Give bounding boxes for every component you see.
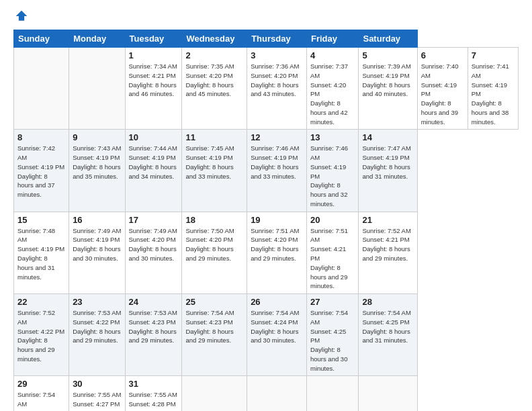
day-number: 23: [73, 297, 121, 307]
day-number: 3: [251, 50, 303, 60]
day-number: 22: [17, 297, 65, 307]
calendar-cell: 28Sunrise: 7:54 AMSunset: 4:25 PMDayligh…: [359, 294, 417, 376]
week-row-1: 1Sunrise: 7:34 AMSunset: 4:21 PMDaylight…: [14, 48, 519, 130]
day-info: Sunrise: 7:53 AMSunset: 4:22 PMDaylight:…: [73, 308, 121, 345]
header: [13, 11, 519, 23]
calendar-cell: 4Sunrise: 7:37 AMSunset: 4:20 PMDaylight…: [306, 48, 359, 130]
day-info: Sunrise: 7:54 AMSunset: 4:26 PMDaylight:…: [17, 390, 65, 411]
day-number: 25: [185, 297, 243, 307]
calendar-cell: 23Sunrise: 7:53 AMSunset: 4:22 PMDayligh…: [69, 294, 125, 376]
day-number: 7: [472, 50, 515, 60]
day-number: 21: [362, 215, 413, 225]
day-number: 15: [17, 215, 65, 225]
calendar-cell: 2Sunrise: 7:35 AMSunset: 4:20 PMDaylight…: [182, 48, 247, 130]
calendar-cell: [182, 376, 247, 411]
day-number: 6: [421, 50, 464, 60]
day-number: 28: [362, 297, 413, 307]
day-number: 13: [310, 132, 355, 142]
calendar-table: SundayMondayTuesdayWednesdayThursdayFrid…: [13, 30, 519, 411]
weekday-header-friday: Friday: [306, 30, 359, 48]
calendar-cell: 16Sunrise: 7:49 AMSunset: 4:19 PMDayligh…: [69, 212, 125, 293]
day-info: Sunrise: 7:52 AMSunset: 4:21 PMDaylight:…: [362, 226, 413, 263]
day-number: 27: [310, 297, 355, 307]
calendar-cell: 3Sunrise: 7:36 AMSunset: 4:20 PMDaylight…: [247, 48, 307, 130]
day-number: 18: [185, 215, 243, 225]
day-number: 16: [73, 215, 121, 225]
day-number: 26: [251, 297, 303, 307]
logo: [13, 11, 28, 23]
day-info: Sunrise: 7:45 AMSunset: 4:19 PMDaylight:…: [185, 144, 243, 181]
day-info: Sunrise: 7:43 AMSunset: 4:19 PMDaylight:…: [73, 144, 121, 181]
day-number: 4: [310, 50, 355, 60]
calendar-cell: 25Sunrise: 7:54 AMSunset: 4:23 PMDayligh…: [182, 294, 247, 376]
day-info: Sunrise: 7:37 AMSunset: 4:20 PMDaylight:…: [310, 62, 355, 126]
calendar-cell: 17Sunrise: 7:49 AMSunset: 4:20 PMDayligh…: [125, 212, 182, 293]
calendar-cell: 26Sunrise: 7:54 AMSunset: 4:24 PMDayligh…: [247, 294, 307, 376]
calendar-cell: 12Sunrise: 7:46 AMSunset: 4:19 PMDayligh…: [247, 130, 307, 212]
day-info: Sunrise: 7:54 AMSunset: 4:23 PMDaylight:…: [185, 308, 243, 345]
calendar-cell: 18Sunrise: 7:50 AMSunset: 4:20 PMDayligh…: [182, 212, 247, 293]
weekday-header-thursday: Thursday: [247, 30, 307, 48]
calendar-cell: 30Sunrise: 7:55 AMSunset: 4:27 PMDayligh…: [69, 376, 125, 411]
day-info: Sunrise: 7:47 AMSunset: 4:19 PMDaylight:…: [362, 144, 413, 181]
day-number: 2: [185, 50, 243, 60]
calendar-cell: 1Sunrise: 7:34 AMSunset: 4:21 PMDaylight…: [125, 48, 182, 130]
calendar-cell: 5Sunrise: 7:39 AMSunset: 4:19 PMDaylight…: [359, 48, 417, 130]
day-info: Sunrise: 7:52 AMSunset: 4:22 PMDaylight:…: [17, 308, 65, 364]
day-info: Sunrise: 7:51 AMSunset: 4:20 PMDaylight:…: [251, 226, 303, 263]
page: SundayMondayTuesdayWednesdayThursdayFrid…: [0, 0, 532, 411]
weekday-header-row: SundayMondayTuesdayWednesdayThursdayFrid…: [14, 30, 519, 48]
day-number: 11: [185, 132, 243, 142]
calendar-cell: [359, 376, 417, 411]
day-info: Sunrise: 7:49 AMSunset: 4:20 PMDaylight:…: [129, 226, 179, 263]
day-info: Sunrise: 7:34 AMSunset: 4:21 PMDaylight:…: [129, 62, 179, 99]
calendar-cell: 29Sunrise: 7:54 AMSunset: 4:26 PMDayligh…: [14, 376, 69, 411]
day-number: 17: [129, 215, 179, 225]
week-row-2: 8Sunrise: 7:42 AMSunset: 4:19 PMDaylight…: [14, 130, 519, 212]
weekday-header-saturday: Saturday: [359, 30, 417, 48]
day-number: 12: [251, 132, 303, 142]
week-row-4: 22Sunrise: 7:52 AMSunset: 4:22 PMDayligh…: [14, 294, 519, 376]
calendar-cell: 27Sunrise: 7:54 AMSunset: 4:25 PMDayligh…: [306, 294, 359, 376]
day-info: Sunrise: 7:41 AMSunset: 4:19 PMDaylight:…: [472, 62, 515, 126]
day-number: 24: [129, 297, 179, 307]
day-info: Sunrise: 7:54 AMSunset: 4:25 PMDaylight:…: [362, 308, 413, 345]
calendar-cell: 31Sunrise: 7:55 AMSunset: 4:28 PMDayligh…: [125, 376, 182, 411]
day-info: Sunrise: 7:53 AMSunset: 4:23 PMDaylight:…: [129, 308, 179, 345]
weekday-header-monday: Monday: [69, 30, 125, 48]
day-number: 31: [129, 379, 179, 389]
day-number: 30: [73, 379, 121, 389]
calendar-cell: 7Sunrise: 7:41 AMSunset: 4:19 PMDaylight…: [468, 48, 518, 130]
calendar-cell: 8Sunrise: 7:42 AMSunset: 4:19 PMDaylight…: [14, 130, 69, 212]
day-info: Sunrise: 7:48 AMSunset: 4:19 PMDaylight:…: [17, 226, 65, 282]
day-info: Sunrise: 7:35 AMSunset: 4:20 PMDaylight:…: [185, 62, 243, 99]
logo-icon: [15, 9, 28, 23]
day-info: Sunrise: 7:51 AMSunset: 4:21 PMDaylight:…: [310, 226, 355, 291]
day-info: Sunrise: 7:36 AMSunset: 4:20 PMDaylight:…: [251, 62, 303, 99]
day-info: Sunrise: 7:42 AMSunset: 4:19 PMDaylight:…: [17, 144, 65, 199]
calendar-cell: 13Sunrise: 7:46 AMSunset: 4:19 PMDayligh…: [306, 130, 359, 212]
weekday-header-sunday: Sunday: [14, 30, 69, 48]
calendar-cell: 6Sunrise: 7:40 AMSunset: 4:19 PMDaylight…: [417, 48, 468, 130]
day-number: 8: [17, 132, 65, 142]
calendar-cell: [247, 376, 307, 411]
week-row-3: 15Sunrise: 7:48 AMSunset: 4:19 PMDayligh…: [14, 212, 519, 293]
day-number: 1: [129, 50, 179, 60]
day-number: 19: [251, 215, 303, 225]
day-number: 20: [310, 215, 355, 225]
calendar-cell: 11Sunrise: 7:45 AMSunset: 4:19 PMDayligh…: [182, 130, 247, 212]
day-info: Sunrise: 7:46 AMSunset: 4:19 PMDaylight:…: [251, 144, 303, 181]
day-info: Sunrise: 7:55 AMSunset: 4:27 PMDaylight:…: [73, 390, 121, 411]
calendar-cell: 10Sunrise: 7:44 AMSunset: 4:19 PMDayligh…: [125, 130, 182, 212]
day-number: 29: [17, 379, 65, 389]
day-info: Sunrise: 7:50 AMSunset: 4:20 PMDaylight:…: [185, 226, 243, 263]
day-number: 9: [73, 132, 121, 142]
day-info: Sunrise: 7:54 AMSunset: 4:24 PMDaylight:…: [251, 308, 303, 345]
calendar-cell: 21Sunrise: 7:52 AMSunset: 4:21 PMDayligh…: [359, 212, 417, 293]
day-info: Sunrise: 7:54 AMSunset: 4:25 PMDaylight:…: [310, 308, 355, 373]
calendar-cell: 9Sunrise: 7:43 AMSunset: 4:19 PMDaylight…: [69, 130, 125, 212]
day-info: Sunrise: 7:39 AMSunset: 4:19 PMDaylight:…: [362, 62, 413, 99]
calendar-cell: 19Sunrise: 7:51 AMSunset: 4:20 PMDayligh…: [247, 212, 307, 293]
calendar-cell: 20Sunrise: 7:51 AMSunset: 4:21 PMDayligh…: [306, 212, 359, 293]
calendar-cell: [306, 376, 359, 411]
